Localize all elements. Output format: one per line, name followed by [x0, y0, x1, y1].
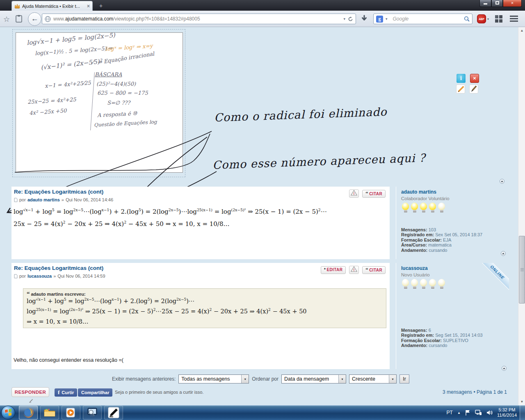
profile-field: Registrado em: Seg Set 15, 2014 14:03 [401, 333, 483, 338]
search-magnifier-icon[interactable] [464, 16, 470, 22]
annotation-delete-icon[interactable]: × [470, 74, 479, 83]
browser-tab[interactable]: Ajuda Matemática • Exibir t... × [11, 1, 93, 11]
svg-text:!: ! [354, 192, 355, 196]
quote-icon: “ [365, 267, 368, 273]
post-doc-icon [14, 274, 18, 278]
network-icon[interactable] [475, 410, 482, 415]
tab-title: Ajuda Matemática • Exibir t... [22, 4, 85, 9]
handwritten-worksheet-image: log√x−1 + log5 = log(2x−5) log(x−1)½ . 5… [16, 32, 183, 173]
select-dropdown-icon[interactable]: ▾ [338, 375, 346, 383]
taskbar-clock[interactable]: 5:32 PM 11/6/2014 [497, 407, 517, 418]
ir-button[interactable]: Ir [399, 374, 409, 383]
bookmark-star-icon[interactable]: ☆ [3, 15, 10, 24]
pen-annotation-question-2: Como esse número apareceu aqui ? [212, 151, 426, 171]
page-content: log√x−1 + log5 = log(2x−5) log(x−1)½ . 5… [0, 27, 525, 405]
post-byline: por lucassouza » Qui Nov 06, 2014 14:59 [14, 274, 105, 278]
exibir-select[interactable]: Todas as mensagens ▾ [178, 374, 249, 383]
menu-hamburger-icon[interactable] [510, 16, 518, 22]
screen: Ajuda Matemática • Exibir t... × + × ☆ ←… [0, 0, 525, 420]
site-favicon-crown-icon [14, 4, 20, 9]
search-placeholder: Google [393, 16, 464, 22]
apps-grid-icon[interactable] [495, 15, 502, 23]
volume-icon[interactable] [486, 410, 493, 415]
window-controls: × [479, 0, 522, 7]
citar-button[interactable]: “CITAR [362, 190, 386, 198]
karma-bulb-icon [428, 279, 437, 289]
annotation-info-icon[interactable]: i [457, 74, 466, 83]
scrollbar[interactable]: ▲ ▼ [518, 27, 525, 405]
report-post-button[interactable]: ! [349, 266, 359, 274]
show-desktop-button[interactable] [520, 405, 525, 420]
browser-toolbar: ☆ ← www.ajudamatematica.com/viewtopic.ph… [0, 11, 525, 27]
taskbar-pen-tool-button[interactable] [104, 406, 123, 420]
karma-bulb-icon [419, 279, 428, 289]
firefox-icon [23, 407, 34, 418]
worksheet-line: A resposta é ⑩ [97, 110, 137, 118]
facebook-compartilhar-button[interactable]: Compartilhar [78, 388, 112, 397]
facebook-hint-text: Seja o primeiro de seus amigos a curtir … [115, 390, 203, 395]
annotation-pencil-icon[interactable] [456, 84, 465, 94]
karma-bulb-icon [419, 203, 428, 213]
citar-button[interactable]: “CITAR [362, 266, 386, 274]
close-button[interactable]: × [503, 0, 522, 7]
taskbar-mediaplayer-button[interactable] [62, 406, 80, 420]
author-link[interactable]: adauto martins [27, 197, 60, 202]
post-2-author-profile: ONLINE lucassouza Novo Usuário Mensagens… [396, 263, 509, 369]
ordenar-label: Ordenar por [252, 376, 278, 382]
monitor-magnifier-icon [87, 407, 98, 418]
start-button[interactable] [1, 406, 15, 420]
back-to-top-icon[interactable] [501, 251, 506, 256]
maximize-button[interactable] [491, 0, 503, 7]
downloads-icon[interactable] [360, 14, 368, 24]
karma-bulb-icon [437, 203, 446, 213]
back-button[interactable]: ← [28, 12, 41, 26]
pagination-text: 3 mensagens • Página 1 de 1 [443, 389, 507, 395]
author-link[interactable]: lucassouza [27, 274, 52, 278]
report-post-button[interactable]: ! [349, 189, 359, 198]
tab-close-icon[interactable]: × [87, 3, 90, 9]
scrollbar-thumb[interactable] [519, 236, 525, 304]
select-dropdown-icon[interactable]: ▾ [241, 375, 249, 383]
back-to-top-icon[interactable] [502, 366, 507, 371]
clock-date: 11/6/2014 [497, 413, 517, 418]
post-title: Re: Equações Logarítmicas (cont) [14, 189, 103, 195]
adblock-plus-icon[interactable]: ABP [477, 14, 486, 23]
scrollbar-up-icon[interactable]: ▲ [518, 27, 525, 34]
url-bar[interactable]: www.ajudamatematica.com/viewtopic.php?f=… [42, 14, 356, 24]
taskbar-display-tool-button[interactable] [83, 406, 102, 420]
worksheet-line: log(x−1)½ . 5 = log(2x−5) ⇒ [35, 45, 113, 56]
url-dropdown-icon[interactable]: ▾ [343, 17, 345, 21]
back-to-top-icon[interactable] [500, 179, 504, 184]
post-math-line-1: log√x−1 + log5 = log2x−5⋯(logx−1) + 2.(l… [14, 208, 327, 215]
taskbar-explorer-button[interactable] [40, 406, 59, 420]
scrollbar-down-icon[interactable]: ▼ [518, 398, 525, 405]
editar-button[interactable]: *EDITAR [321, 266, 346, 274]
media-player-icon [66, 407, 76, 418]
direcao-select[interactable]: Crescente ▾ [349, 374, 397, 383]
tray-expand-icon[interactable]: ▲ [457, 411, 461, 415]
worksheet-line: 4x² −25x +50 [29, 107, 67, 116]
adblock-dropdown-icon[interactable]: ▾ [487, 17, 489, 21]
karma-bulb-icon [401, 279, 410, 289]
select-dropdown-icon[interactable]: ▾ [389, 375, 396, 383]
facebook-curtir-button[interactable]: fCurtir [55, 388, 77, 397]
karma-bulb-icon [401, 203, 410, 213]
new-tab-button[interactable]: + [96, 2, 106, 9]
profile-karma-bulbs [401, 203, 509, 213]
post-1-author-profile: adauto martins Colaborador Voluntário Me… [396, 187, 509, 259]
ordenar-select[interactable]: Data da mensagem ▾ [281, 374, 346, 383]
search-engine-dropdown-icon[interactable]: ▾ [386, 17, 388, 21]
profile-field: Registrado em: Sex Set 05, 2014 18:37 [401, 232, 482, 237]
taskbar-firefox-button[interactable] [19, 406, 38, 420]
action-center-flag-icon[interactable] [465, 410, 470, 416]
clock-time: 5:32 PM [497, 407, 517, 413]
minimize-button[interactable] [479, 0, 491, 7]
bookmarks-sidebar-icon[interactable] [16, 15, 22, 24]
search-input[interactable]: g ▾ Google [373, 14, 472, 24]
responder-button[interactable]: RESPONDER [11, 387, 49, 397]
language-indicator[interactable]: PT [447, 410, 453, 415]
annotation-brush-icon[interactable] [469, 84, 478, 94]
reload-icon[interactable] [348, 16, 353, 22]
attached-image-selection[interactable]: log√x−1 + log5 = log(2x−5) log(x−1)½ . 5… [12, 29, 185, 177]
profile-username-link[interactable]: adauto martins [401, 189, 509, 195]
